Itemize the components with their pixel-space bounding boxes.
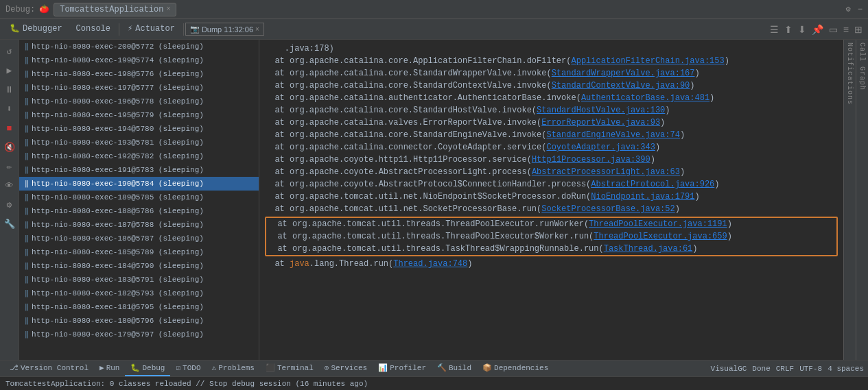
- thread-item[interactable]: ‖ http-nio-8080-exec-195@5779 (sleeping): [19, 108, 259, 122]
- thread-item[interactable]: ‖ http-nio-8080-exec-182@5793 (sleeping): [19, 287, 259, 300]
- settings2-icon[interactable]: ⚙: [2, 197, 17, 212]
- thread-item[interactable]: ‖ http-nio-8080-exec-198@5776 (sleeping): [19, 67, 259, 81]
- stop-icon[interactable]: ■: [2, 121, 17, 136]
- thread-item[interactable]: ‖ http-nio-8080-exec-191@5783 (sleeping): [19, 163, 259, 177]
- thread-item[interactable]: ‖ http-nio-8080-exec-187@5788 (sleeping): [19, 218, 259, 232]
- callgraph-panel: Call Graph: [856, 40, 868, 360]
- columns-icon[interactable]: ⊞: [852, 24, 865, 35]
- stack-link[interactable]: Http11Processor.java:390: [532, 155, 650, 164]
- thread-item[interactable]: ‖ http-nio-8080-exec-180@5796 (sleeping): [19, 314, 259, 328]
- encoding-label[interactable]: UTF-8: [799, 365, 822, 373]
- thread-item-selected[interactable]: ‖ http-nio-8080-exec-190@5784 (sleeping): [19, 177, 259, 191]
- thread-item[interactable]: ‖ http-nio-8080-exec-192@5782 (sleeping): [19, 149, 259, 163]
- toolbar: 🐛 Debugger Console ⚡ Actuator 📷 Dump 11:…: [0, 19, 868, 40]
- app-tab-close[interactable]: ×: [166, 5, 170, 13]
- tab-debug[interactable]: 🐛 Debug: [125, 361, 170, 376]
- expand-icon[interactable]: ⬇: [795, 24, 809, 35]
- thread-item[interactable]: ‖ http-nio-8080-exec-200@5772 (sleeping): [19, 40, 259, 53]
- stack-line: at org.apache.catalina.core.StandardHost…: [265, 104, 838, 117]
- stack-link[interactable]: Thread.java:748: [393, 259, 467, 269]
- pin-icon[interactable]: 📌: [809, 24, 826, 35]
- stack-link[interactable]: ErrorReportValve.java:93: [541, 118, 660, 127]
- resume-icon[interactable]: ▶: [2, 63, 17, 78]
- pause-icon[interactable]: ⏸: [2, 82, 17, 97]
- terminal-icon: ⬛: [266, 363, 275, 372]
- crlf-label[interactable]: CRLF: [776, 365, 794, 373]
- thread-item[interactable]: ‖ http-nio-8080-exec-193@5781 (sleeping): [19, 136, 259, 149]
- thread-name: http-nio-8080-exec-194@5780 (sleeping): [32, 125, 204, 133]
- stack-link[interactable]: TaskThread.java:61: [604, 244, 693, 254]
- settings-icon[interactable]: ⚙: [846, 4, 851, 14]
- mute-icon[interactable]: 🔇: [2, 140, 17, 155]
- version-control-icon: ⎇: [10, 363, 19, 372]
- tab-build[interactable]: 🔨 Build: [432, 361, 477, 376]
- thread-item[interactable]: ‖ http-nio-8080-exec-185@5789 (sleeping): [19, 245, 259, 259]
- thread-item[interactable]: ‖ http-nio-8080-exec-179@5797 (sleeping): [19, 328, 259, 341]
- stack-link[interactable]: StandardEngineValve.java:74: [546, 130, 679, 140]
- thread-icon: ‖: [25, 303, 29, 311]
- thread-item[interactable]: ‖ http-nio-8080-exec-196@5778 (sleeping): [19, 95, 259, 108]
- app-icon: 🍅: [39, 4, 49, 14]
- stack-link[interactable]: StandardWrapperValve.java:167: [552, 69, 695, 78]
- debug-label: Debug:: [5, 5, 35, 14]
- stack-link[interactable]: AbstractProtocol.java:926: [591, 180, 714, 189]
- tab-actuator[interactable]: ⚡ Actuator: [121, 19, 182, 39]
- layout-icon1[interactable]: ▭: [826, 24, 841, 35]
- edit-icon[interactable]: ✏: [2, 159, 17, 174]
- thread-item[interactable]: ‖ http-nio-8080-exec-186@5787 (sleeping): [19, 232, 259, 245]
- dump-button[interactable]: 📷 Dump 11:32:06 ×: [185, 23, 264, 36]
- dump-close-icon[interactable]: ×: [255, 25, 259, 33]
- thread-icon: ‖: [25, 180, 29, 188]
- callgraph-label[interactable]: Call Graph: [858, 42, 866, 90]
- minimize-icon[interactable]: −: [858, 5, 863, 14]
- stack-link[interactable]: SocketProcessorBase.java:52: [541, 204, 675, 214]
- tab-todo[interactable]: ☑ TODO: [170, 361, 206, 376]
- tab-terminal[interactable]: ⬛ Terminal: [260, 361, 319, 376]
- thread-item[interactable]: ‖ http-nio-8080-exec-181@5795 (sleeping): [19, 300, 259, 314]
- stack-link[interactable]: ThreadPoolExecutor.java:1191: [589, 219, 727, 229]
- thread-item[interactable]: ‖ http-nio-8080-exec-199@5774 (sleeping): [19, 53, 259, 67]
- menu-icon[interactable]: ☰: [767, 24, 782, 35]
- stack-line: at org.apache.tomcat.util.net.SocketProc…: [265, 203, 838, 215]
- stack-link[interactable]: ThreadPoolExecutor.java:659: [594, 232, 727, 241]
- stack-link[interactable]: StandardHostValve.java:130: [537, 106, 665, 115]
- tab-services[interactable]: ⊙ Services: [319, 361, 373, 376]
- tab-dependencies[interactable]: 📦 Dependencies: [477, 361, 554, 376]
- app-tab[interactable]: TomcattestApplication ×: [54, 3, 176, 16]
- notification-panel: Notifications: [843, 40, 856, 360]
- layout-icon2[interactable]: ≡: [841, 24, 852, 35]
- restart-icon[interactable]: ↺: [2, 44, 17, 59]
- tab-console[interactable]: Console: [69, 19, 117, 39]
- stack-link[interactable]: NioEndpoint.java:1791: [591, 192, 694, 202]
- tab-debugger[interactable]: 🐛 Debugger: [3, 19, 69, 39]
- stack-link[interactable]: CoyoteAdapter.java:343: [546, 143, 655, 152]
- thread-item[interactable]: ‖ http-nio-8080-exec-184@5790 (sleeping): [19, 259, 259, 273]
- thread-panel: ‖ http-nio-8080-exec-200@5772 (sleeping)…: [19, 40, 259, 360]
- spaces-label[interactable]: 4 spaces: [828, 365, 864, 373]
- thread-name: http-nio-8080-exec-186@5787 (sleeping): [32, 234, 204, 243]
- thread-item[interactable]: ‖ http-nio-8080-exec-188@5786 (sleeping): [19, 204, 259, 218]
- stack-link[interactable]: AbstractProcessorLight.java:63: [532, 167, 680, 177]
- thread-item[interactable]: ‖ http-nio-8080-exec-194@5780 (sleeping): [19, 122, 259, 136]
- stack-link[interactable]: ApplicationFilterChain.java:153: [571, 56, 724, 66]
- thread-icon: ‖: [25, 262, 29, 270]
- version-control-label: Version Control: [21, 364, 89, 372]
- highlight-stack-group: at org.apache.tomcat.util.threads.Thread…: [265, 217, 838, 256]
- stack-link[interactable]: AuthenticatorBase.java:481: [581, 93, 709, 103]
- thread-item[interactable]: ‖ http-nio-8080-exec-197@5777 (sleeping): [19, 81, 259, 95]
- thread-item[interactable]: ‖ http-nio-8080-exec-183@5791 (sleeping): [19, 273, 259, 287]
- stack-link[interactable]: StandardContextValve.java:90: [552, 81, 690, 90]
- tab-problems[interactable]: ⚠ Problems: [207, 361, 260, 376]
- tab-run[interactable]: ▶ Run: [94, 361, 125, 376]
- tab-profiler[interactable]: 📊 Profiler: [373, 361, 432, 376]
- visualgc-label[interactable]: VisualGC: [711, 365, 747, 373]
- tab-version-control[interactable]: ⎇ Version Control: [4, 361, 94, 376]
- restore-icon[interactable]: ⬆: [782, 24, 795, 35]
- thread-item[interactable]: ‖ http-nio-8080-exec-189@5785 (sleeping): [19, 191, 259, 204]
- view-icon[interactable]: 👁: [2, 178, 17, 193]
- tools-icon[interactable]: 🔧: [2, 217, 17, 232]
- notifications-label[interactable]: Notifications: [846, 42, 854, 105]
- thread-icon: ‖: [25, 248, 29, 256]
- done-label: Done: [752, 365, 770, 373]
- step-over-icon[interactable]: ⬇: [2, 101, 17, 117]
